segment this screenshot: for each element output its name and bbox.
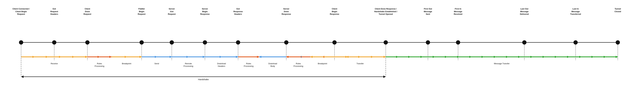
svg-marker-57 bbox=[420, 56, 422, 58]
segment-label-s4: Send bbox=[143, 62, 170, 65]
milestone-label-m8: Server Done Response bbox=[273, 7, 300, 15]
segment-label-s12: Message Transfer bbox=[488, 62, 515, 65]
svg-marker-30 bbox=[155, 56, 157, 58]
svg-marker-21 bbox=[72, 56, 74, 58]
svg-marker-67 bbox=[543, 56, 544, 58]
segment-label-s9: Rules Processing bbox=[285, 62, 312, 68]
svg-marker-18 bbox=[32, 56, 34, 58]
milestone-label-m12: First In Message Received bbox=[444, 7, 472, 15]
milestone-dot-m8 bbox=[284, 40, 288, 45]
svg-marker-56 bbox=[408, 56, 410, 58]
svg-marker-46 bbox=[310, 56, 312, 58]
milestone-label-m2: Got Request Headers bbox=[41, 7, 68, 15]
svg-marker-20 bbox=[59, 56, 61, 58]
svg-marker-32 bbox=[203, 56, 205, 58]
segment-label-s6: Download Headers bbox=[208, 62, 235, 68]
svg-marker-72 bbox=[604, 56, 606, 58]
milestone-dot-m14 bbox=[574, 40, 578, 45]
milestone-dot-m9 bbox=[332, 40, 336, 45]
segment-label-s3: Breakpoint bbox=[113, 62, 140, 65]
handshake-label: Handshake bbox=[188, 78, 218, 81]
milestone-label-m5: Server Got Request bbox=[158, 7, 185, 15]
segment-label-s11: Transfer bbox=[346, 62, 374, 65]
svg-marker-33 bbox=[186, 56, 188, 58]
svg-marker-70 bbox=[579, 56, 581, 58]
svg-marker-50 bbox=[346, 56, 347, 58]
svg-marker-35 bbox=[236, 56, 238, 58]
svg-marker-19 bbox=[46, 56, 48, 58]
svg-marker-44 bbox=[322, 56, 324, 58]
svg-marker-47 bbox=[346, 56, 348, 58]
svg-marker-17 bbox=[85, 56, 88, 58]
milestone-dot-m1 bbox=[19, 40, 23, 45]
svg-marker-23 bbox=[110, 56, 112, 58]
svg-marker-40 bbox=[259, 56, 261, 58]
svg-marker-66 bbox=[530, 56, 532, 58]
milestone-dot-m2 bbox=[52, 40, 56, 45]
svg-marker-43 bbox=[286, 56, 288, 58]
svg-marker-75 bbox=[383, 76, 386, 78]
segment-label-s7: Rules Processing bbox=[235, 62, 262, 68]
segment-label-s10: Breakpoint bbox=[309, 62, 336, 65]
svg-marker-74 bbox=[21, 76, 24, 78]
milestone-label-m3: Client Done Request bbox=[74, 7, 101, 15]
milestone-dot-m13 bbox=[522, 40, 526, 45]
svg-marker-61 bbox=[469, 56, 471, 58]
milestone-label-m14: Last In Message Transferred bbox=[562, 7, 589, 15]
milestone-label-m7: Got Response Headers bbox=[224, 7, 252, 15]
svg-marker-58 bbox=[433, 56, 434, 58]
svg-marker-69 bbox=[567, 56, 569, 58]
milestone-label-m6: Server Begin Response bbox=[191, 7, 218, 15]
milestone-dot-m11 bbox=[426, 40, 430, 45]
svg-marker-38 bbox=[257, 56, 259, 58]
svg-marker-24 bbox=[98, 56, 100, 58]
milestone-label-m13: Last Out Message Delivered bbox=[511, 7, 538, 15]
svg-marker-41 bbox=[300, 56, 302, 58]
milestone-dot-m15 bbox=[616, 40, 620, 45]
diagram-container: Client Connected / Client Begin RequestG… bbox=[0, 0, 644, 105]
svg-marker-29 bbox=[170, 56, 172, 58]
milestone-dot-m6 bbox=[203, 40, 207, 45]
svg-marker-26 bbox=[140, 56, 142, 58]
milestone-dot-m4 bbox=[140, 40, 144, 45]
svg-marker-51 bbox=[358, 56, 360, 58]
svg-marker-64 bbox=[506, 56, 508, 58]
milestone-dot-m5 bbox=[170, 40, 174, 45]
milestone-label-m11: First Out Message Sent bbox=[414, 7, 442, 15]
svg-marker-65 bbox=[518, 56, 520, 58]
milestone-dot-m7 bbox=[236, 40, 240, 45]
svg-marker-63 bbox=[494, 56, 496, 58]
milestone-dot-m10 bbox=[384, 40, 388, 45]
main-svg: Client Connected / Client Begin RequestG… bbox=[0, 0, 644, 105]
svg-marker-62 bbox=[482, 56, 484, 58]
milestone-label-m4: Fiddler Begin Request bbox=[128, 7, 155, 15]
milestone-label-m15: Tunnel Closed bbox=[604, 7, 631, 13]
svg-marker-52 bbox=[371, 56, 373, 58]
milestone-label-m9: Client Begin Response bbox=[321, 7, 348, 15]
svg-marker-71 bbox=[592, 56, 593, 58]
segment-label-s1: Receive bbox=[41, 62, 68, 65]
milestone-label-m10: Client Done Response / Handshake Establi… bbox=[372, 7, 399, 15]
segment-label-s8: Download Body bbox=[259, 62, 286, 68]
svg-marker-55 bbox=[396, 56, 398, 58]
svg-marker-54 bbox=[616, 56, 618, 58]
svg-marker-60 bbox=[457, 56, 459, 58]
segment-label-s5: Remote Processing bbox=[175, 62, 202, 68]
svg-marker-36 bbox=[220, 56, 222, 58]
svg-marker-68 bbox=[555, 56, 557, 58]
milestone-dot-m12 bbox=[456, 40, 460, 45]
svg-marker-27 bbox=[125, 56, 126, 58]
svg-marker-59 bbox=[445, 56, 447, 58]
svg-marker-49 bbox=[384, 56, 386, 58]
milestone-label-m1: Client Connected / Client Begin Request bbox=[8, 7, 35, 15]
segment-label-s2: Rules Processing bbox=[86, 62, 113, 68]
milestone-dot-m3 bbox=[85, 40, 90, 45]
